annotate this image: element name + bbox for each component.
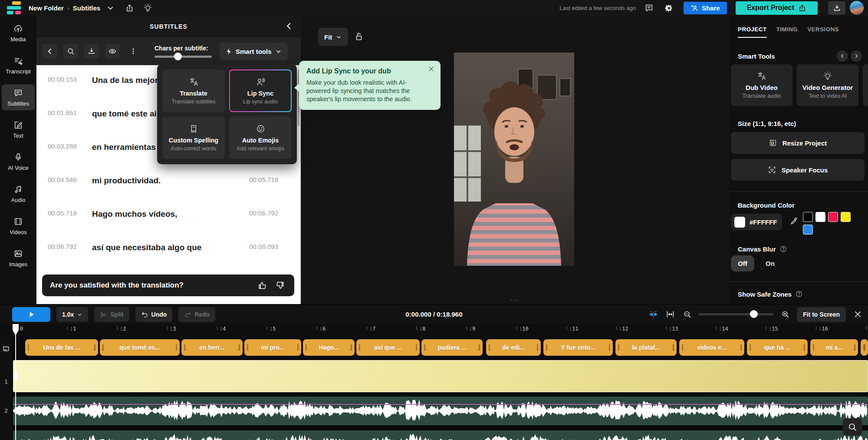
download-button[interactable] [828, 1, 845, 15]
subtitle-clip[interactable]: Una de las ... [25, 339, 98, 356]
smart-tool-card[interactable]: T E [863, 64, 868, 106]
smart-tool-custom-spelling[interactable]: Custom Spelling Auto-correct words [162, 116, 225, 159]
subtitle-clip[interactable]: de edi... [486, 339, 541, 356]
text-layer-track[interactable] [13, 360, 868, 392]
subtitle-end-time[interactable]: 00:06.792 [249, 209, 278, 217]
subtitle-start-time[interactable]: 00:06.792 [48, 243, 85, 250]
comments-icon[interactable] [644, 2, 655, 13]
zoom-in-icon[interactable] [780, 309, 790, 320]
subtitle-start-time[interactable]: 00:00.153 [48, 76, 85, 83]
smart-tool-card[interactable]: Dub Video Translate audio [731, 64, 792, 106]
unlock-icon[interactable] [354, 31, 366, 43]
suggestions-bulb-icon[interactable] [142, 2, 153, 13]
zoom-slider-thumb[interactable] [750, 310, 758, 318]
help-icon[interactable] [795, 290, 803, 298]
audio-waveform-track[interactable] [13, 397, 868, 425]
subtitle-row[interactable]: 00:04.546 mi productividad. 00:05.718 [36, 171, 301, 204]
help-icon[interactable] [779, 245, 787, 253]
timeline-magnifier-button[interactable] [843, 418, 862, 436]
breadcrumb-folder[interactable]: New Folder [29, 4, 64, 12]
sidebar-item-videos[interactable]: Videos [2, 213, 35, 239]
timeline-ruler[interactable]: 0:1:2:3:4:5:6:7:8:9:10:11:12:13:14:15:16… [0, 324, 868, 337]
sidebar-item-media[interactable]: Media [2, 20, 35, 46]
tab-timing[interactable]: TIMING [776, 26, 798, 38]
eyedropper-icon[interactable] [790, 216, 800, 227]
audio-waveform-track-2[interactable] [13, 430, 868, 440]
sidebar-item-transcript[interactable]: Transcript [2, 52, 35, 78]
share-button[interactable]: Share [684, 2, 727, 14]
subtitle-clip[interactable]: la plataf... [615, 339, 677, 356]
playback-speed-dropdown[interactable]: 1.0x [56, 307, 88, 322]
subtitle-row[interactable]: 00:06.792 así que necesitaba algo que 00… [36, 238, 301, 271]
subtitle-clip[interactable]: que ha ... [747, 339, 808, 356]
color-swatch[interactable] [841, 212, 851, 222]
subtitle-clip[interactable]: pudiera ... [421, 339, 483, 356]
undo-button[interactable]: Undo [135, 307, 173, 322]
fit-clips-icon[interactable] [665, 309, 675, 320]
play-button[interactable] [12, 307, 50, 322]
tab-versions[interactable]: VERSIONS [807, 26, 839, 38]
smart-tool-lip-sync[interactable]: Lip Sync Lip sync audio [229, 69, 292, 112]
subtitle-text[interactable]: así que necesitaba algo que [92, 243, 249, 252]
smart-tools-button[interactable]: Smart tools [220, 43, 288, 60]
fit-to-screen-button[interactable]: Fit to Screen [797, 307, 846, 322]
zoom-fit-dropdown[interactable]: Fit [318, 28, 348, 46]
subtitle-clip[interactable]: mi pro... [244, 339, 301, 356]
resize-project-button[interactable]: Resize Project [731, 132, 865, 154]
color-swatch[interactable] [828, 212, 838, 222]
subtitle-start-time[interactable]: 00:03.288 [48, 142, 85, 150]
color-swatch[interactable] [803, 212, 813, 222]
subtitle-end-time[interactable]: 00:08.093 [249, 243, 278, 250]
export-project-button[interactable]: Export Project [736, 1, 818, 15]
collapse-panel-icon[interactable] [284, 21, 295, 32]
breadcrumb-project-title[interactable]: Subtitles [73, 4, 100, 12]
thumbs-down-button[interactable] [273, 279, 286, 292]
smart-tool-translate[interactable]: Translate Translate subtitles [162, 69, 225, 112]
color-swatch[interactable] [803, 225, 813, 235]
subtitle-clip[interactable]: Hago... [303, 339, 355, 356]
subtitle-start-time[interactable]: 00:05.718 [48, 209, 85, 217]
preview-canvas[interactable]: Fit [301, 16, 729, 304]
redo-button[interactable]: Redo [178, 307, 215, 322]
subtitle-row[interactable]: 00:05.718 Hago muchos vídeos, 00:06.792 [36, 204, 301, 238]
search-subtitles-button[interactable] [63, 44, 78, 59]
smart-tool-auto-emojis[interactable]: Auto Emojis Add relevant emojis [229, 116, 292, 159]
sidebar-item-text[interactable]: Text [2, 116, 35, 142]
subtitle-clip[interactable] [861, 339, 868, 356]
hex-color-input[interactable]: #FFFFFF [731, 214, 782, 230]
cards-next-button[interactable] [851, 50, 862, 62]
canvas-blur-off-button[interactable]: Off [731, 255, 754, 271]
snap-toggle-icon[interactable] [648, 309, 658, 320]
project-menu-chevron-icon[interactable] [105, 2, 116, 13]
subtitle-start-time[interactable]: 00:04.546 [48, 176, 85, 183]
subtitle-clip[interactable]: mí a... [810, 339, 858, 356]
canvas-blur-on-button[interactable]: On [761, 255, 779, 271]
download-subtitles-button[interactable] [84, 44, 99, 59]
subtitle-text[interactable]: Hago muchos vídeos, [92, 209, 249, 219]
back-button[interactable] [43, 44, 57, 59]
share-out-icon[interactable] [124, 2, 135, 13]
video-preview[interactable] [454, 53, 574, 266]
subtitle-end-time[interactable]: 00:05.718 [249, 176, 278, 183]
subtitle-clip[interactable]: que tomé es... [100, 339, 180, 356]
subtitle-text[interactable]: mi productividad. [92, 176, 249, 185]
sidebar-item-subtitles[interactable]: Subtitles [2, 84, 35, 110]
chars-per-subtitle-slider[interactable] [155, 56, 212, 58]
user-avatar[interactable] [850, 1, 864, 15]
smart-tool-card[interactable]: Video Generator Text to video AI [797, 64, 858, 106]
tab-project[interactable]: PROJECT [738, 26, 767, 38]
zoom-out-icon[interactable] [682, 309, 692, 320]
toggle-visibility-button[interactable] [105, 44, 120, 59]
color-swatch[interactable] [815, 212, 825, 222]
sidebar-item-audio[interactable]: Audio [2, 181, 35, 207]
more-options-button[interactable] [126, 44, 141, 59]
subtitle-start-time[interactable]: 00:01.651 [48, 109, 85, 116]
speaker-focus-button[interactable]: Speaker Focus [731, 159, 865, 181]
subtitle-clip[interactable]: en herr... [181, 339, 243, 356]
split-button[interactable]: Split [94, 307, 129, 322]
panel-resize-handle[interactable]: ··· [301, 296, 729, 303]
sidebar-item-ai-voice[interactable]: AI Voice [2, 149, 35, 175]
cards-prev-button[interactable] [837, 50, 848, 62]
settings-gear-icon[interactable] [664, 2, 675, 13]
timeline-zoom-slider[interactable] [699, 313, 773, 315]
